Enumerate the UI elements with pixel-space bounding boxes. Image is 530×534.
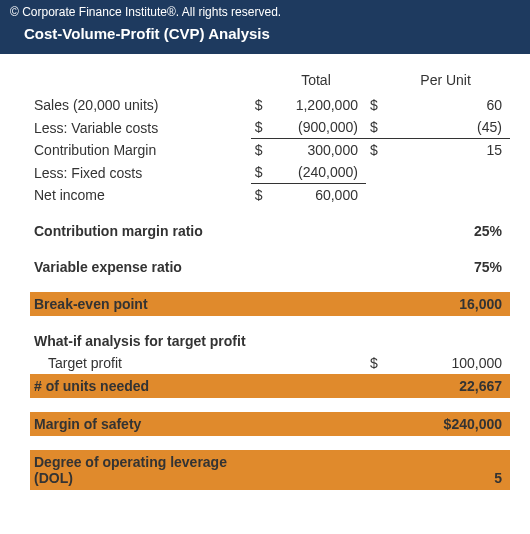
target-cur: $ <box>366 352 385 374</box>
var-ratio-value: 75% <box>385 256 510 278</box>
row-cm-ratio: Contribution margin ratio 25% <box>30 220 510 242</box>
col-total-header: Total <box>270 64 366 94</box>
breakeven-value: 16,000 <box>385 292 510 316</box>
row-units-needed: # of units needed 22,667 <box>30 374 510 398</box>
content-area: Total Per Unit Sales (20,000 units) $ 1,… <box>0 54 530 506</box>
row-var-ratio: Variable expense ratio 75% <box>30 256 510 278</box>
sales-label: Sales (20,000 units) <box>30 94 251 116</box>
target-label: Target profit <box>30 352 251 374</box>
cm-label: Contribution Margin <box>30 139 251 162</box>
row-breakeven: Break-even point 16,000 <box>30 292 510 316</box>
varcost-cur1: $ <box>251 116 270 139</box>
column-headers: Total Per Unit <box>30 64 510 94</box>
target-value: 100,000 <box>385 352 510 374</box>
ni-label: Net income <box>30 184 251 207</box>
fixed-cur1: $ <box>251 161 270 184</box>
cm-ratio-value: 25% <box>385 220 510 242</box>
row-fixed-costs: Less: Fixed costs $ (240,000) <box>30 161 510 184</box>
row-contribution-margin: Contribution Margin $ 300,000 $ 15 <box>30 139 510 162</box>
units-label: # of units needed <box>30 374 251 398</box>
ni-val1: 60,000 <box>270 184 366 207</box>
varcost-cur2: $ <box>366 116 385 139</box>
row-margin-of-safety: Margin of safety $240,000 <box>30 412 510 436</box>
mos-label: Margin of safety <box>30 412 251 436</box>
sales-val1: 1,200,000 <box>270 94 366 116</box>
breakeven-label: Break-even point <box>30 292 251 316</box>
col-perunit-header: Per Unit <box>385 64 510 94</box>
row-dol: Degree of operating leverage (DOL) 5 <box>30 450 510 490</box>
cm-val2: 15 <box>385 139 510 162</box>
row-variable-costs: Less: Variable costs $ (900,000) $ (45) <box>30 116 510 139</box>
varcost-label: Less: Variable costs <box>30 116 251 139</box>
page-title: Cost-Volume-Profit (CVP) Analysis <box>10 25 520 42</box>
row-whatif-heading: What-if analysis for target profit <box>30 330 510 352</box>
header-bar: © Corporate Finance Institute®. All righ… <box>0 0 530 54</box>
ni-cur1: $ <box>251 184 270 207</box>
row-sales: Sales (20,000 units) $ 1,200,000 $ 60 <box>30 94 510 116</box>
fixed-label: Less: Fixed costs <box>30 161 251 184</box>
cm-val1: 300,000 <box>270 139 366 162</box>
fixed-val1: (240,000) <box>270 161 366 184</box>
units-value: 22,667 <box>385 374 510 398</box>
cvp-table: Total Per Unit Sales (20,000 units) $ 1,… <box>30 64 510 496</box>
varcost-val2: (45) <box>385 116 510 139</box>
row-target-profit: Target profit $ 100,000 <box>30 352 510 374</box>
dol-label: Degree of operating leverage (DOL) <box>30 450 270 490</box>
var-ratio-label: Variable expense ratio <box>30 256 251 278</box>
sales-val2: 60 <box>385 94 510 116</box>
cm-cur2: $ <box>366 139 385 162</box>
row-net-income: Net income $ 60,000 <box>30 184 510 207</box>
mos-value: $240,000 <box>385 412 510 436</box>
sales-cur2: $ <box>366 94 385 116</box>
sales-cur1: $ <box>251 94 270 116</box>
varcost-val1: (900,000) <box>270 116 366 139</box>
whatif-heading: What-if analysis for target profit <box>30 330 510 352</box>
copyright-text: © Corporate Finance Institute®. All righ… <box>10 5 520 19</box>
cm-cur1: $ <box>251 139 270 162</box>
dol-value: 5 <box>385 450 510 490</box>
cm-ratio-label: Contribution margin ratio <box>30 220 251 242</box>
